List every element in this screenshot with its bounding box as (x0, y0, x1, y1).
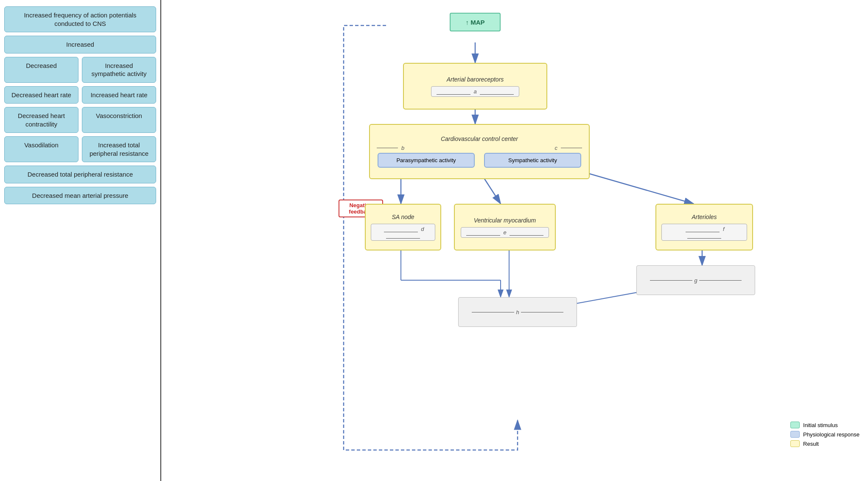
legend-item-result: Result (790, 440, 860, 447)
legend-color-response (790, 431, 800, 438)
drag-item-decreased-contractility[interactable]: Decreased heart contractility (4, 107, 78, 133)
arterioles-box: Arterioles f (655, 204, 753, 250)
drag-item-increased-hr[interactable]: Increased heart rate (82, 86, 156, 104)
drag-item-increased[interactable]: Increased (4, 36, 156, 53)
map-stimulus: ↑ MAP (450, 13, 501, 31)
drag-item-incr-symp[interactable]: Increased sympathetic activity (82, 57, 156, 83)
ventricular-box: Ventricular myocardium e (454, 204, 556, 250)
blank-h-box[interactable]: h (458, 297, 577, 327)
legend-color-stimulus (790, 422, 800, 428)
drag-item-decreased-hr[interactable]: Decreased heart rate (4, 86, 78, 104)
drag-item-decreased-map[interactable]: Decreased mean arterial pressure (4, 187, 156, 205)
blank-d[interactable]: d (371, 224, 435, 241)
parasympathetic-box: Parasympathetic activity (378, 153, 475, 168)
baroreceptors-title: Arterial baroreceptors (447, 76, 504, 83)
drag-item-decreased-total[interactable]: Decreased total peripheral resistance (4, 166, 156, 183)
sa-node-title: SA node (392, 214, 414, 220)
blank-c: c (555, 145, 558, 151)
drag-item-vasoconstriction[interactable]: Vasoconstriction (82, 107, 156, 133)
drag-item-incr-total[interactable]: Increased total peripheral resistance (82, 136, 156, 162)
drag-item-freq[interactable]: Increased frequency of action potentials… (4, 6, 156, 32)
baroreceptors-box: Arterial baroreceptors a (403, 63, 547, 110)
blank-b: b (401, 145, 404, 151)
drag-row-1: Decreased Increased sympathetic activity (4, 57, 156, 83)
blank-e[interactable]: e (461, 227, 549, 238)
blank-f[interactable]: f (661, 224, 747, 241)
diagram-panel: ↑ MAP Arterial baroreceptors a Cardiovas… (161, 0, 868, 481)
sa-node-box: SA node d (365, 204, 441, 250)
drag-item-vasodilation[interactable]: Vasodilation (4, 136, 78, 162)
legend: Initial stimulus Physiological response … (790, 422, 860, 447)
sympathetic-box: Sympathetic activity (484, 153, 581, 168)
drag-row-3: Decreased heart contractility Vasoconstr… (4, 107, 156, 133)
arterioles-title: Arterioles (692, 214, 717, 220)
cvc-title: Cardiovascular control center (441, 135, 518, 142)
ventricular-title: Ventricular myocardium (474, 217, 536, 224)
blank-g-box[interactable]: g (636, 265, 755, 295)
legend-item-response: Physiological response (790, 431, 860, 438)
drag-row-4: Vasodilation Increased total peripheral … (4, 136, 156, 162)
drag-row-2: Decreased heart rate Increased heart rat… (4, 86, 156, 104)
cvc-box: Cardiovascular control center b Parasymp… (369, 124, 590, 179)
blank-a[interactable]: a (431, 86, 519, 97)
left-panel: Increased frequency of action potentials… (0, 0, 161, 481)
legend-color-result (790, 440, 800, 447)
drag-item-decreased[interactable]: Decreased (4, 57, 78, 83)
legend-item-stimulus: Initial stimulus (790, 422, 860, 428)
